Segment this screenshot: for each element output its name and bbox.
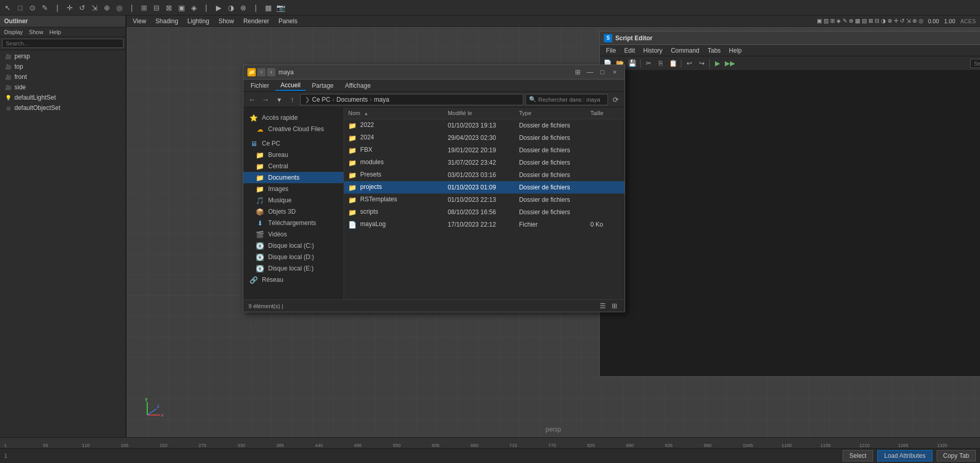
se-menu-history[interactable]: History [639, 46, 666, 55]
se-save-btn[interactable]: 💾 [627, 58, 638, 69]
file-row-rstemplates[interactable]: 📁 RSTemplates 01/10/2023 22:13 Dossier d… [344, 194, 625, 206]
bc-documents[interactable]: Documents [336, 96, 368, 103]
dialog-menu-affichage[interactable]: Affichage [340, 81, 376, 90]
load-attributes-button[interactable]: Load Attributes [877, 450, 932, 461]
nav-item-drive-d[interactable]: 💽 Disque local (D:) [243, 251, 344, 263]
dialog-menu-accueil[interactable]: Accueil [275, 81, 306, 91]
nav-up-btn[interactable]: ↑ [287, 94, 298, 105]
outliner-item-defaultobjectset[interactable]: ◎ defaultObjectSet [0, 103, 126, 113]
dialog-menu-fichier[interactable]: Fichier [245, 81, 274, 90]
nav-item-documents[interactable]: 📁 Documents [243, 172, 344, 183]
nav-item-videos[interactable]: 🎬 Vidéos [243, 229, 344, 240]
viewport-menu-view[interactable]: View [129, 17, 150, 26]
file-row-2024[interactable]: 📁 2024 29/04/2023 02:30 Dossier de fichi… [344, 132, 625, 144]
file-row-2022[interactable]: 📁 2022 01/10/2023 19:13 Dossier de fichi… [344, 119, 625, 132]
col-header-type[interactable]: Type [515, 109, 586, 117]
toolbar-icon-lasso[interactable]: ⊙ [27, 2, 38, 13]
toolbar-icon-move[interactable]: ✛ [64, 2, 75, 13]
toolbar-icon-grid[interactable]: ▦ [262, 2, 274, 13]
se-body[interactable] [600, 71, 980, 376]
view-grid-btn[interactable]: ⊞ [609, 301, 619, 311]
dialog-search-box[interactable]: 🔍 Rechercher dans : maya [525, 94, 608, 105]
toolbar-icon-rotate[interactable]: ↺ [76, 2, 88, 13]
dialog-expand-btn[interactable]: ⊞ [572, 68, 583, 77]
file-row-mayalog[interactable]: 📄 mayaLog 17/10/2023 22:12 Fichier 0 Ko [344, 218, 625, 231]
file-row-scripts[interactable]: 📁 scripts 08/10/2023 16:56 Dossier de fi… [344, 206, 625, 218]
dialog-close-btn[interactable]: × [609, 68, 620, 77]
outliner-menu-show[interactable]: Show [27, 28, 45, 36]
se-run-all-btn[interactable]: ▶▶ [724, 58, 736, 69]
se-editor-content[interactable] [600, 71, 980, 376]
viewport-menu-panels[interactable]: Panels [274, 17, 302, 26]
se-menu-command[interactable]: Command [666, 46, 703, 55]
outliner-item-defaultlightset[interactable]: 💡 defaultLightSet [0, 92, 126, 103]
nav-dropdown-btn[interactable]: ▾ [273, 94, 285, 105]
timeline-ruler[interactable]: 1 55 110 165 220 275 330 385 440 495 550… [0, 438, 980, 448]
toolbar-icon-snap2[interactable]: ⊟ [151, 2, 162, 13]
toolbar-icon-render2[interactable]: ◑ [225, 2, 237, 13]
se-cut-btn[interactable]: ✂ [643, 58, 654, 69]
se-search-input[interactable] [970, 59, 980, 68]
nav-item-drive-c[interactable]: 💽 Disque local (C:) [243, 240, 344, 251]
outliner-item-top[interactable]: 🎥 top [0, 61, 126, 72]
file-row-projects[interactable]: 📁 projects 01/10/2023 01:09 Dossier de f… [344, 181, 625, 194]
nav-item-drive-e[interactable]: 💽 Disque local (E:) [243, 263, 344, 274]
outliner-menu-display[interactable]: Display [2, 28, 25, 36]
viewport-menu-shading[interactable]: Shading [151, 17, 182, 26]
nav-item-telechargements[interactable]: ⬇ Téléchargements [243, 217, 344, 229]
se-redo-btn[interactable]: ↪ [696, 58, 707, 69]
toolbar-icon-soft[interactable]: ◎ [114, 2, 125, 13]
outliner-item-persp[interactable]: 🎥 persp [0, 51, 126, 61]
nav-item-acces-rapide[interactable]: ⭐ Accès rapide [243, 112, 344, 123]
se-menu-edit[interactable]: Edit [620, 46, 639, 55]
col-header-size[interactable]: Taille [586, 109, 625, 117]
file-row-presets[interactable]: 📁 Presets 03/01/2023 03:16 Dossier de fi… [344, 169, 625, 181]
se-run-btn[interactable]: ▶ [712, 58, 723, 69]
nav-back-btn[interactable]: ← [246, 94, 258, 105]
select-button[interactable]: Select [843, 450, 873, 461]
toolbar-icon-universal[interactable]: ⊕ [101, 2, 113, 13]
nav-item-central[interactable]: 📁 Central [243, 161, 344, 172]
file-row-fbx[interactable]: 📁 FBX 19/01/2022 20:19 Dossier de fichie… [344, 144, 625, 156]
dialog-menu-partage[interactable]: Partage [307, 81, 339, 90]
bc-ce-pc[interactable]: Ce PC [312, 96, 330, 103]
nav-item-objets3d[interactable]: 📦 Objets 3D [243, 206, 344, 217]
outliner-item-side[interactable]: 🎥 side [0, 82, 126, 92]
nav-item-bureau[interactable]: 📁 Bureau [243, 149, 344, 161]
view-list-btn[interactable]: ☰ [598, 301, 608, 311]
toolbar-icon-select[interactable]: ↖ [2, 2, 13, 13]
toolbar-icon-paint[interactable]: ✎ [39, 2, 51, 13]
nav-item-ce-pc[interactable]: 🖥 Ce PC [243, 138, 344, 149]
toolbar-icon-camera[interactable]: 📷 [275, 2, 286, 13]
outliner-search-input[interactable] [2, 39, 123, 48]
toolbar-icon-snap1[interactable]: ⊞ [138, 2, 150, 13]
outliner-menu-help[interactable]: Help [48, 28, 64, 36]
toolbar-icon-snap3[interactable]: ⊠ [163, 2, 175, 13]
viewport-menu-lighting[interactable]: Lighting [183, 17, 213, 26]
nav-forward-btn[interactable]: → [260, 94, 271, 105]
se-undo-btn[interactable]: ↩ [683, 58, 695, 69]
outliner-item-front[interactable]: 🎥 front [0, 72, 126, 82]
bc-maya[interactable]: maya [374, 96, 389, 103]
nav-item-musique[interactable]: 🎵 Musique [243, 195, 344, 206]
se-copy-btn[interactable]: ⎘ [655, 58, 666, 69]
se-menu-tabs[interactable]: Tabs [704, 46, 725, 55]
copy-tab-button[interactable]: Copy Tab [937, 450, 976, 461]
nav-item-images[interactable]: 📁 Images [243, 183, 344, 195]
nav-item-creative-cloud[interactable]: ☁ Creative Cloud Files [243, 123, 344, 135]
file-row-modules[interactable]: 📁 modules 31/07/2022 23:42 Dossier de fi… [344, 156, 625, 169]
viewport-menu-renderer[interactable]: Renderer [239, 17, 273, 26]
col-header-modified[interactable]: Modifié le [444, 109, 515, 117]
col-header-name[interactable]: Nom ▲ [344, 109, 444, 117]
se-menu-file[interactable]: File [602, 46, 620, 55]
se-menu-help[interactable]: Help [725, 46, 746, 55]
toolbar-icon-scale[interactable]: ⇲ [89, 2, 100, 13]
toolbar-icon-box[interactable]: □ [14, 2, 26, 13]
dialog-minimize-btn[interactable]: — [584, 68, 596, 77]
dialog-maximize-btn[interactable]: □ [597, 68, 608, 77]
toolbar-icon-render3[interactable]: ⊗ [238, 2, 249, 13]
nav-item-reseau[interactable]: 🔗 Réseau [243, 274, 344, 285]
toolbar-icon-render1[interactable]: ▶ [213, 2, 224, 13]
toolbar-icon-snap4[interactable]: ▣ [176, 2, 187, 13]
viewport-menu-show[interactable]: Show [214, 17, 238, 26]
